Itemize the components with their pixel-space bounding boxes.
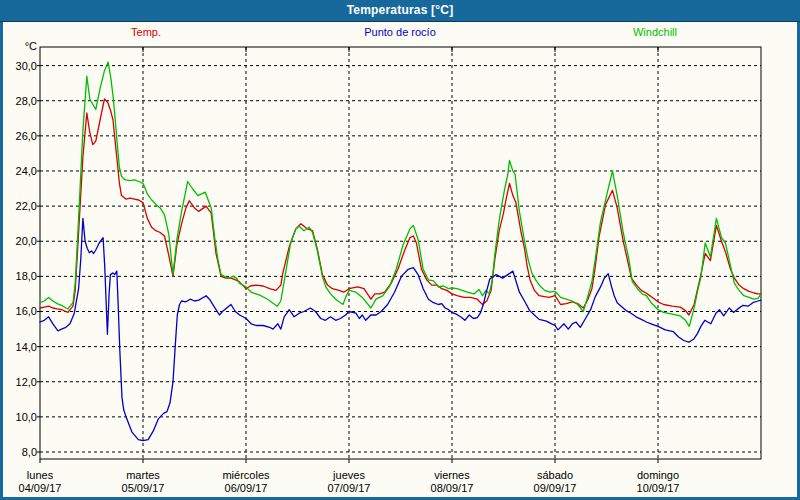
day-label: miércoles <box>222 469 270 481</box>
series-2 <box>40 62 761 326</box>
svg-text:16,0: 16,0 <box>16 305 37 317</box>
titlebar[interactable]: Temperaturas [°C] <box>0 0 800 22</box>
svg-text:26,0: 26,0 <box>16 130 37 142</box>
app-window: 30,028,026,024,022,020,018,016,014,012,0… <box>0 0 800 500</box>
svg-text:12,0: 12,0 <box>16 376 37 388</box>
svg-text:8,0: 8,0 <box>22 446 37 458</box>
chart-legend: Temp. Punto de rocío Windchill <box>0 26 800 40</box>
date-label: 09/09/17 <box>534 482 577 494</box>
date-label: 07/09/17 <box>328 482 371 494</box>
legend-item-temp: Temp. <box>131 26 161 38</box>
svg-text:20,0: 20,0 <box>16 235 37 247</box>
series-0 <box>40 99 761 315</box>
svg-text:14,0: 14,0 <box>16 341 37 353</box>
svg-text:22,0: 22,0 <box>16 200 37 212</box>
svg-text:28,0: 28,0 <box>16 95 37 107</box>
date-label: 04/09/17 <box>19 482 62 494</box>
date-label: 08/09/17 <box>431 482 474 494</box>
window-title: Temperaturas [°C] <box>347 3 454 17</box>
svg-text:10,0: 10,0 <box>16 411 37 423</box>
day-label: sábado <box>537 469 573 481</box>
date-label: 05/09/17 <box>122 482 165 494</box>
date-label: 10/09/17 <box>637 482 680 494</box>
day-label: lunes <box>27 469 54 481</box>
axis-labels: 30,028,026,024,022,020,018,016,014,012,0… <box>16 40 680 494</box>
day-label: martes <box>126 469 160 481</box>
legend-item-windchill: Windchill <box>633 26 677 38</box>
axis-ticks <box>37 47 658 463</box>
svg-text:18,0: 18,0 <box>16 270 37 282</box>
date-label: 06/09/17 <box>225 482 268 494</box>
day-label: domingo <box>637 469 679 481</box>
temperature-chart: 30,028,026,024,022,020,018,016,014,012,0… <box>0 0 800 500</box>
day-label: viernes <box>434 469 470 481</box>
y-axis-unit: °C <box>25 40 37 52</box>
legend-item-dewpoint: Punto de rocío <box>364 26 436 38</box>
day-label: jueves <box>332 469 365 481</box>
svg-text:24,0: 24,0 <box>16 165 37 177</box>
svg-text:30,0: 30,0 <box>16 60 37 72</box>
